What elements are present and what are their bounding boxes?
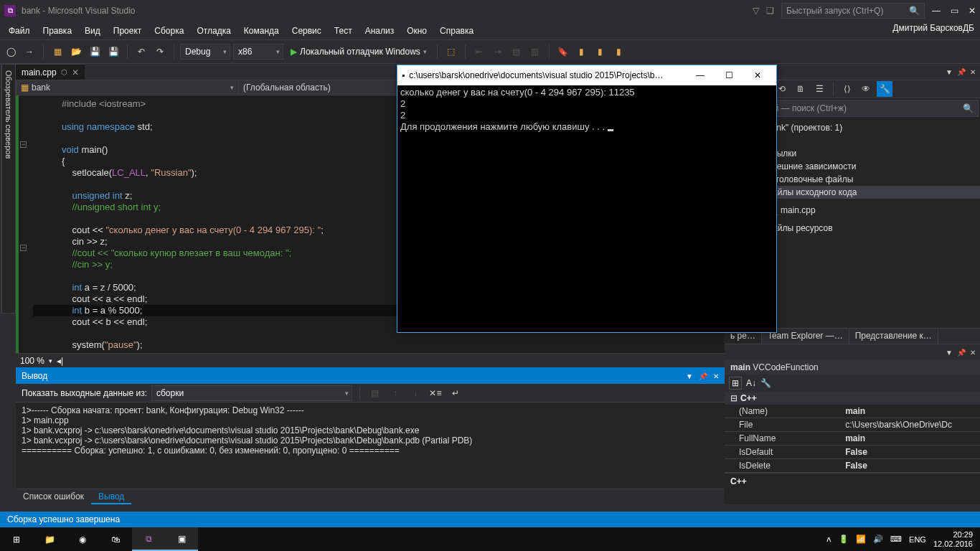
- close-button[interactable]: ✕: [969, 6, 976, 16]
- split-icon[interactable]: ◂|: [57, 356, 63, 366]
- fold-icon[interactable]: −: [20, 141, 27, 148]
- alpha-icon[interactable]: A↓: [746, 378, 756, 388]
- error-list-tab[interactable]: Список ошибок: [16, 489, 91, 504]
- visual-studio-icon[interactable]: ⧉: [132, 527, 165, 551]
- menu-build[interactable]: Сборка: [149, 24, 189, 38]
- close-icon[interactable]: ✕: [970, 349, 976, 357]
- step-icon[interactable]: ⬚: [443, 44, 459, 60]
- file-explorer-icon[interactable]: 📁: [33, 527, 66, 551]
- language-indicator[interactable]: ENG: [909, 535, 926, 544]
- start-button[interactable]: ⊞: [0, 527, 33, 551]
- tab-class-view[interactable]: Представление к…: [849, 329, 938, 344]
- signed-in-user[interactable]: Дмитрий Барсков: [892, 23, 963, 33]
- menu-test[interactable]: Тест: [329, 24, 358, 38]
- clear-icon[interactable]: ✕≡: [428, 385, 443, 401]
- redo-button[interactable]: ↷: [152, 44, 168, 60]
- nav-scope-combo[interactable]: ▦ bank: [17, 80, 239, 95]
- wifi-icon[interactable]: 📶: [856, 534, 866, 544]
- save-all-button[interactable]: 💾: [105, 44, 121, 60]
- user-avatar[interactable]: ДБ: [963, 23, 974, 33]
- dropdown-icon[interactable]: ▼: [686, 372, 693, 380]
- undo-button[interactable]: ↶: [133, 44, 149, 60]
- menu-view[interactable]: Вид: [79, 24, 106, 38]
- show-all-icon[interactable]: ☰: [811, 81, 827, 97]
- prop-row[interactable]: IsDeleteFalse: [725, 459, 980, 473]
- menu-debug[interactable]: Отладка: [191, 24, 236, 38]
- refresh-icon[interactable]: 🗎: [793, 81, 809, 97]
- bookmark-next-icon[interactable]: ▮: [593, 44, 608, 60]
- uncomment-icon[interactable]: ▥: [527, 44, 543, 60]
- props-page-icon[interactable]: 🔧: [760, 378, 771, 388]
- console-titlebar[interactable]: ▪ c:\users\barsk\onedrive\documents\visu…: [397, 65, 776, 85]
- console-body[interactable]: сколько денег у вас на счету(0 - 4 294 9…: [397, 85, 776, 332]
- menu-file[interactable]: Файл: [3, 24, 36, 38]
- dropdown-icon[interactable]: ▼: [946, 349, 953, 357]
- preview-icon[interactable]: 👁: [858, 81, 874, 97]
- menu-analyze[interactable]: Анализ: [359, 24, 400, 38]
- indent-more-icon[interactable]: ⇥: [490, 44, 506, 60]
- fold-icon[interactable]: −: [20, 245, 27, 251]
- minimize-button[interactable]: —: [932, 6, 941, 16]
- start-debug-button[interactable]: ▶ Локальный отладчик Windows ▾: [286, 44, 431, 60]
- output-tab[interactable]: Вывод: [91, 489, 131, 504]
- goto-prev-icon[interactable]: ↑: [387, 385, 403, 401]
- open-file-button[interactable]: 📂: [68, 44, 84, 60]
- prop-row[interactable]: FullNamemain: [725, 432, 980, 446]
- close-icon[interactable]: ✕: [713, 372, 719, 380]
- new-project-button[interactable]: ▦: [50, 44, 65, 60]
- console-task-icon[interactable]: ▣: [165, 527, 198, 551]
- close-icon[interactable]: ✕: [970, 68, 976, 76]
- solution-platform-combo[interactable]: x86: [233, 44, 283, 60]
- find-message-icon[interactable]: ▤: [367, 385, 383, 401]
- console-close-button[interactable]: ✕: [743, 67, 772, 84]
- goto-next-icon[interactable]: ↓: [407, 385, 423, 401]
- chrome-icon[interactable]: ◉: [66, 527, 99, 551]
- dropdown-icon[interactable]: ▼: [946, 68, 953, 76]
- close-tab-icon[interactable]: ✕: [72, 67, 79, 77]
- props-object-combo[interactable]: main VCCodeFunction: [725, 360, 980, 375]
- prop-row[interactable]: (Name)main: [725, 405, 980, 418]
- output-source-combo[interactable]: сборки: [151, 385, 352, 401]
- maximize-button[interactable]: ▭: [951, 6, 958, 16]
- volume-icon[interactable]: 🔊: [873, 534, 883, 544]
- bookmark-clear-icon[interactable]: ▮: [611, 44, 627, 60]
- menu-edit[interactable]: Правка: [37, 24, 78, 38]
- nav-fwd-button[interactable]: →: [22, 44, 37, 60]
- keyboard-icon[interactable]: ⌨: [890, 534, 902, 544]
- doc-tab-main[interactable]: main.cpp ⬡ ✕: [16, 64, 85, 80]
- pin-icon[interactable]: 📌: [957, 349, 966, 357]
- save-button[interactable]: 💾: [87, 44, 103, 60]
- pin-icon[interactable]: 📌: [957, 68, 966, 76]
- quick-launch-input[interactable]: Быстрый запуск (Ctrl+Q) 🔍: [781, 3, 925, 19]
- menu-team[interactable]: Команда: [238, 24, 285, 38]
- comment-icon[interactable]: ▤: [509, 44, 524, 60]
- battery-icon[interactable]: 🔋: [839, 534, 849, 544]
- feedback-icon[interactable]: ❏: [766, 6, 774, 16]
- menu-tools[interactable]: Сервис: [286, 24, 327, 38]
- notifications-icon[interactable]: ▽: [753, 6, 759, 16]
- bookmark-prev-icon[interactable]: ▮: [574, 44, 590, 60]
- console-maximize-button[interactable]: ☐: [715, 67, 743, 84]
- categorized-icon[interactable]: ⊞: [729, 377, 742, 390]
- server-explorer-tab[interactable]: Обозреватель серверов: [1, 64, 16, 314]
- prop-row[interactable]: Filec:\Users\barsk\OneDrive\Dc: [725, 418, 980, 432]
- zoom-level[interactable]: 100 %: [20, 356, 44, 366]
- prop-category[interactable]: ⊟C++: [725, 392, 980, 405]
- word-wrap-icon[interactable]: ↵: [448, 385, 463, 401]
- menu-help[interactable]: Справка: [434, 24, 479, 38]
- menu-project[interactable]: Проект: [108, 24, 148, 38]
- tray-chevron-icon[interactable]: ʌ: [826, 534, 831, 544]
- solution-config-combo[interactable]: Debug: [180, 44, 230, 60]
- clock-time[interactable]: 20:29: [933, 530, 973, 540]
- menu-window[interactable]: Окно: [401, 24, 433, 38]
- pin-icon[interactable]: ⬡: [61, 68, 67, 76]
- properties-icon[interactable]: ⟨⟩: [839, 81, 855, 97]
- toolbox-tab[interactable]: Панель элементов: [0, 64, 1, 314]
- pin-icon[interactable]: 📌: [699, 372, 707, 380]
- output-body[interactable]: 1>------ Сборка начата: проект: bank, Ко…: [16, 402, 725, 489]
- wrench-icon[interactable]: 🔧: [877, 81, 892, 97]
- console-minimize-button[interactable]: —: [686, 67, 715, 84]
- store-icon[interactable]: 🛍: [99, 527, 132, 551]
- bookmark-icon[interactable]: 🔖: [555, 44, 571, 60]
- nav-back-button[interactable]: ◯: [3, 44, 19, 60]
